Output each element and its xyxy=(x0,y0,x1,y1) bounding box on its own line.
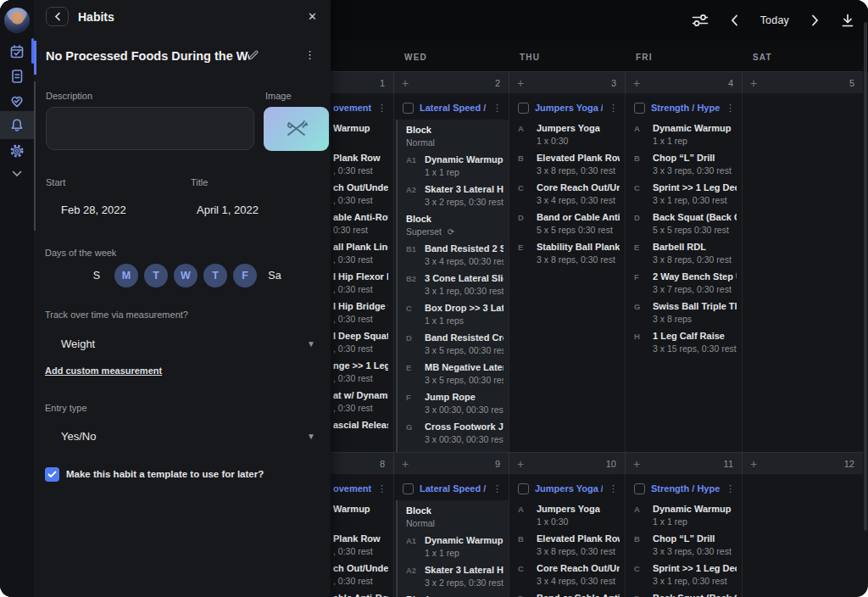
day-chip-f[interactable]: F xyxy=(233,264,257,287)
workout-card-title[interactable]: Lateral Speed / Plyo xyxy=(420,483,487,494)
exercise-item: l Hip Flexor Rais..., 0:30 rest xyxy=(331,268,393,298)
sidebar-collapse[interactable] xyxy=(0,161,34,187)
workout-checkbox[interactable] xyxy=(403,483,414,494)
add-workout-button[interactable]: + xyxy=(402,458,409,470)
back-button[interactable] xyxy=(46,7,69,26)
day-chip-w[interactable]: W xyxy=(174,264,198,287)
day-chip-sa[interactable]: Sa xyxy=(263,264,287,287)
workout-card-title[interactable]: Lateral Speed / Plyo xyxy=(420,103,487,113)
workout-card-header: Strength / Hypertro...⋮ xyxy=(626,98,742,117)
workout-kebab-menu-icon[interactable]: ⋮ xyxy=(726,484,735,494)
avatar[interactable] xyxy=(4,8,30,33)
exercise-letter: H xyxy=(634,331,653,357)
workout-kebab-menu-icon[interactable]: ⋮ xyxy=(726,103,735,113)
chevron-left-icon[interactable] xyxy=(731,14,738,26)
description-input[interactable] xyxy=(46,107,254,150)
exercise-letter: D xyxy=(518,212,537,238)
workout-kebab-menu-icon[interactable]: ⋮ xyxy=(609,103,618,113)
download-icon[interactable] xyxy=(841,14,854,28)
measurement-select[interactable]: Weight xyxy=(61,338,95,350)
workout-card-body: BlockNormalA1Dynamic Warmup1 x 1 repA2Sk… xyxy=(396,120,509,452)
template-checkbox-label: Make this habit a template to use for la… xyxy=(66,469,264,479)
workout-card-title[interactable]: Jumpers Yoga / Core xyxy=(535,103,603,113)
chevron-right-icon[interactable] xyxy=(811,14,819,26)
exercise-name: Skater 3 Lateral Hops >> ... xyxy=(425,184,504,195)
exercise-letter: A xyxy=(634,123,653,149)
calendar-scrollbar[interactable] xyxy=(864,22,867,531)
workout-kebab-menu-icon[interactable]: ⋮ xyxy=(609,484,618,494)
exercise-letter: B xyxy=(518,153,537,179)
workout-kebab-menu-icon[interactable]: ⋮ xyxy=(377,103,387,113)
add-workout-button[interactable]: + xyxy=(633,77,640,89)
exercise-item: A2Skater 3 Lateral Hops >> ...3 x 2 reps… xyxy=(398,561,509,591)
exercise-scheme: , 0:30 rest xyxy=(333,195,388,206)
exercise-name: Plank Row xyxy=(333,153,381,164)
exercise-name: Back Squat (Back Off Set) xyxy=(653,212,737,223)
workout-card-title[interactable]: Jumpers Yoga / Core xyxy=(535,483,603,494)
workout-card-header: ovement Q...⋮ xyxy=(331,479,393,498)
day-chip-t[interactable]: T xyxy=(203,264,227,287)
workout-kebab-menu-icon[interactable]: ⋮ xyxy=(492,484,502,494)
exercise-item: EMB Negative Lateral Hop...3 x 5 reps, 0… xyxy=(398,359,509,388)
add-workout-button[interactable]: + xyxy=(402,77,409,89)
panel-scrollbar[interactable] xyxy=(34,81,36,231)
exercise-name: nge >> 1 Leg St... xyxy=(333,360,388,371)
habit-kebab-menu-icon[interactable]: ⋮ xyxy=(304,48,315,61)
exercise-name: Core Reach Out/Under xyxy=(537,563,620,574)
day-chip-t[interactable]: T xyxy=(144,264,168,287)
sidebar-item-notifications[interactable] xyxy=(0,111,34,139)
app-window: Today WEDTHUFRISAT 1+2+3+4+5ovement Q...… xyxy=(0,0,868,597)
sidebar-item-health[interactable] xyxy=(0,88,34,114)
workout-card-title[interactable]: Strength / Hypertro... xyxy=(651,483,720,494)
add-workout-button[interactable]: + xyxy=(750,458,757,470)
add-workout-button[interactable]: + xyxy=(517,77,524,89)
filter-sliders-icon[interactable] xyxy=(692,14,709,27)
add-custom-measurement-link[interactable]: Add custom measurement xyxy=(45,365,162,376)
habit-image-tile[interactable] xyxy=(264,107,329,151)
workout-kebab-menu-icon[interactable]: ⋮ xyxy=(377,484,387,494)
entry-type-select[interactable]: Yes/No xyxy=(61,430,96,443)
workout-kebab-menu-icon[interactable]: ⋮ xyxy=(492,103,502,113)
workout-card-body: WarmupPlank Row, 0:30 restch Out/Under, … xyxy=(331,500,393,597)
sidebar-item-settings[interactable] xyxy=(0,138,34,164)
workout-card-title[interactable]: ovement Q... xyxy=(333,103,371,113)
sidebar-item-documents[interactable] xyxy=(0,64,34,89)
workout-checkbox[interactable] xyxy=(634,483,645,494)
chevron-down-icon[interactable]: ▼ xyxy=(307,432,315,441)
close-icon[interactable]: ✕ xyxy=(306,8,319,25)
template-checkbox[interactable] xyxy=(45,467,59,482)
start-date-value[interactable]: Feb 28, 2022 xyxy=(61,204,126,216)
days-of-week-label: Days of the week xyxy=(45,248,116,258)
workout-card-header: Jumpers Yoga / Core⋮ xyxy=(509,479,625,498)
date-cell: 1 xyxy=(331,72,393,93)
fork-knife-icon xyxy=(284,117,309,141)
sidebar-item-calendar[interactable] xyxy=(0,39,34,64)
exercise-name: ch Out/Under xyxy=(333,182,388,193)
date-cell: +10 xyxy=(509,453,625,474)
add-workout-button[interactable]: + xyxy=(517,458,524,470)
end-date-value[interactable]: April 1, 2022 xyxy=(197,204,259,216)
exercise-name: Warmup xyxy=(333,123,370,134)
exercise-letter: B1 xyxy=(406,243,425,270)
day-chip-s[interactable]: S xyxy=(85,264,108,287)
today-button[interactable]: Today xyxy=(760,14,789,26)
day-chip-m[interactable]: M xyxy=(114,264,138,287)
exercise-name: all Plank Linear ... xyxy=(333,242,388,253)
exercise-scheme: , 0:30 rest xyxy=(333,343,388,354)
end-label: Title xyxy=(191,177,208,187)
exercise-letter: D xyxy=(634,212,653,238)
gear-icon xyxy=(8,142,25,159)
sidebar xyxy=(0,0,34,597)
workout-card-title[interactable]: ovement Q... xyxy=(333,483,371,494)
workout-checkbox[interactable] xyxy=(403,103,414,114)
exercise-item: Warmup xyxy=(331,120,393,149)
add-workout-button[interactable]: + xyxy=(633,458,640,470)
edit-pencil-icon[interactable] xyxy=(248,49,259,61)
workout-card-title[interactable]: Strength / Hypertro... xyxy=(651,103,720,113)
workout-checkbox[interactable] xyxy=(518,483,529,494)
workout-checkbox[interactable] xyxy=(518,103,529,114)
workout-checkbox[interactable] xyxy=(634,103,645,114)
accent-bar xyxy=(34,41,36,75)
chevron-down-icon[interactable]: ▼ xyxy=(307,339,315,349)
add-workout-button[interactable]: + xyxy=(750,77,757,89)
